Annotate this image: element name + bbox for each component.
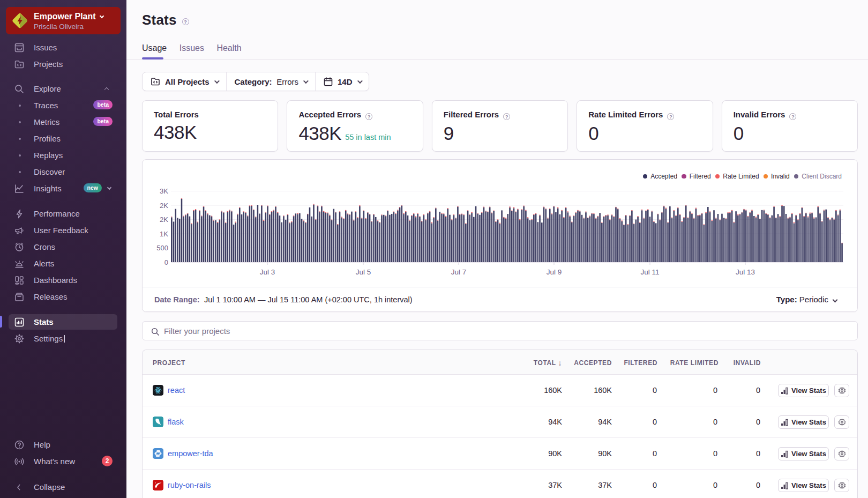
- svg-text:Jul 5: Jul 5: [356, 268, 371, 276]
- svg-text:500: 500: [156, 244, 168, 252]
- svg-text:Jul 7: Jul 7: [451, 268, 467, 276]
- svg-text:Jul 13: Jul 13: [736, 268, 755, 276]
- svg-text:0: 0: [164, 258, 168, 266]
- svg-text:Jul 11: Jul 11: [640, 268, 659, 276]
- svg-text:2K: 2K: [160, 215, 168, 224]
- svg-text:2K: 2K: [160, 202, 168, 210]
- svg-text:3K: 3K: [160, 187, 168, 195]
- svg-text:Jul 3: Jul 3: [260, 268, 275, 276]
- svg-text:Jul 9: Jul 9: [547, 268, 562, 276]
- svg-text:1K: 1K: [160, 230, 168, 238]
